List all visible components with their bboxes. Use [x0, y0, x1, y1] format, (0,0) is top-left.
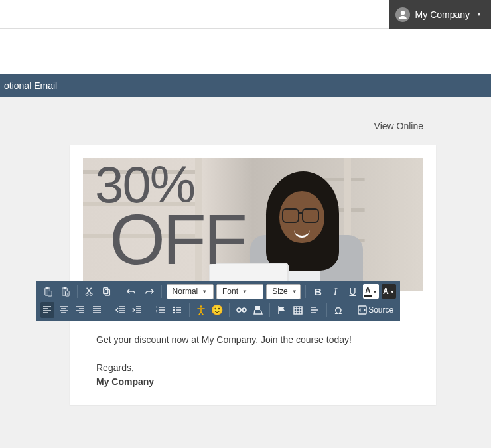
bold-button[interactable]: B: [311, 283, 325, 299]
chevron-down-icon: ▼: [390, 289, 395, 294]
source-label: Source: [368, 305, 393, 315]
svg-point-48: [200, 305, 202, 308]
source-button[interactable]: Source: [355, 302, 396, 318]
svg-rect-2: [46, 287, 48, 289]
svg-point-0: [400, 11, 404, 15]
signoff-text: Regards,: [96, 361, 409, 375]
tab-bar: otional Email: [0, 74, 491, 97]
font-family-select[interactable]: Font ▼: [216, 284, 263, 299]
svg-point-42: [173, 307, 175, 309]
bulleted-list-button[interactable]: [171, 302, 184, 318]
special-char-button[interactable]: Ω: [331, 302, 345, 318]
chevron-down-icon: ▼: [373, 289, 378, 294]
chevron-down-icon: ▼: [292, 289, 297, 295]
paragraph-format-label: Normal: [173, 287, 198, 296]
promo-overlay: 30% OFF: [95, 162, 245, 271]
svg-point-9: [90, 293, 93, 296]
svg-rect-11: [105, 289, 110, 295]
user-menu-label: My Company: [415, 9, 470, 20]
horizontal-rule-button[interactable]: [308, 302, 322, 318]
numbered-list-button[interactable]: 123: [154, 302, 168, 318]
outdent-button[interactable]: [113, 302, 127, 318]
svg-rect-3: [48, 291, 52, 296]
redo-button[interactable]: [142, 283, 157, 299]
svg-rect-10: [104, 288, 108, 294]
svg-rect-5: [63, 287, 66, 289]
svg-point-44: [173, 312, 175, 314]
font-size-select[interactable]: Size ▼: [266, 284, 301, 299]
paste-button[interactable]: [40, 283, 55, 299]
copy-button[interactable]: [100, 283, 114, 299]
smiley-icon: 🙂: [211, 304, 224, 316]
chevron-down-icon: ▼: [476, 11, 482, 17]
emoji-button[interactable]: 🙂: [211, 302, 225, 318]
indent-button[interactable]: [130, 302, 144, 318]
avatar-icon: [395, 7, 410, 22]
svg-rect-52: [255, 306, 260, 310]
chevron-down-icon: ▼: [202, 289, 207, 295]
align-left-button[interactable]: [40, 302, 54, 318]
hero-image: 30% OFF: [83, 158, 423, 291]
align-center-button[interactable]: [57, 302, 71, 318]
table-button[interactable]: [291, 302, 305, 318]
align-right-button[interactable]: [74, 302, 88, 318]
user-menu[interactable]: My Company ▼: [389, 0, 491, 29]
editor-toolbar: T Normal ▼ Font ▼ Size ▼ B I: [36, 281, 400, 321]
chevron-down-icon: ▼: [242, 289, 247, 295]
signature-text: My Company: [96, 375, 409, 389]
anchor-button[interactable]: [251, 302, 265, 318]
svg-point-43: [173, 309, 175, 311]
body-main-text: Get your discount now at My Company. Joi…: [96, 333, 409, 347]
link-button[interactable]: [234, 302, 248, 318]
font-family-label: Font: [222, 287, 238, 296]
page-header-area: [0, 29, 491, 74]
svg-point-8: [86, 293, 89, 296]
view-online-link[interactable]: View Online: [374, 121, 423, 131]
align-justify-button[interactable]: [90, 302, 104, 318]
font-size-label: Size: [272, 287, 287, 296]
underline-button[interactable]: U: [346, 283, 360, 299]
promo-off: OFF: [109, 208, 245, 271]
email-card: 30% OFF Hi Get your discount now at My C…: [70, 145, 436, 405]
accessibility-button[interactable]: [194, 302, 208, 318]
flag-button[interactable]: [275, 302, 289, 318]
svg-text:T: T: [66, 291, 68, 295]
undo-button[interactable]: [124, 283, 139, 299]
top-nav: My Company ▼: [0, 0, 491, 29]
background-color-button[interactable]: A▼: [382, 284, 396, 299]
italic-button[interactable]: I: [328, 283, 342, 299]
paste-text-button[interactable]: T: [58, 283, 72, 299]
svg-rect-54: [294, 307, 302, 314]
text-color-button[interactable]: A▼: [363, 284, 379, 299]
svg-text:3: 3: [156, 311, 158, 314]
cut-button[interactable]: [82, 283, 97, 299]
paragraph-format-select[interactable]: Normal ▼: [167, 284, 214, 299]
tab-title[interactable]: otional Email: [4, 80, 57, 91]
